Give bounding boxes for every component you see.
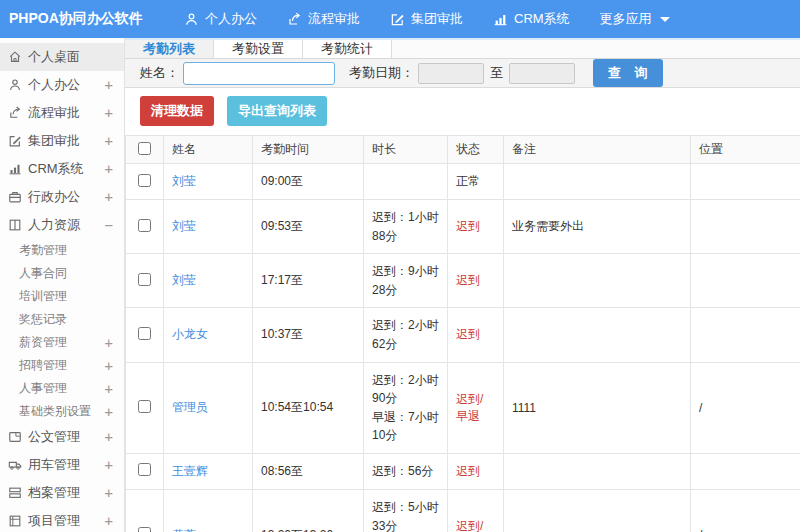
nav-item[interactable]: 流程审批 [272,0,375,38]
employee-name-link[interactable]: 小龙女 [172,327,208,341]
employee-name-link[interactable]: 刘莹 [172,174,196,188]
sidebar-item[interactable]: 个人桌面 [0,43,124,71]
nav-item[interactable]: 更多应用 [585,0,685,38]
name-input[interactable] [183,62,335,85]
employee-name-link[interactable]: 王壹辉 [172,464,208,478]
sidebar-subitem[interactable]: 奖惩记录 [0,308,124,331]
date-to-input[interactable] [509,63,575,84]
expand-plus-icon[interactable]: + [105,133,118,149]
expand-plus-icon[interactable]: + [105,485,118,501]
nav-item-label: 集团审批 [411,10,463,28]
expand-plus-icon[interactable]: + [105,77,118,93]
employee-name-link[interactable]: 刘莹 [172,219,196,233]
select-all-checkbox[interactable] [138,142,151,155]
export-list-button[interactable]: 导出查询列表 [227,96,327,126]
row-checkbox[interactable] [138,463,151,476]
home-icon [8,50,22,64]
note-cell: 业务需要外出 [504,200,691,254]
nav-item[interactable]: 个人办公 [169,0,272,38]
status-cell: 迟到 [448,308,504,362]
column-header: 考勤时间 [253,136,364,164]
clean-data-button[interactable]: 清理数据 [140,96,214,126]
sidebar-item[interactable]: 项目管理+ [0,507,124,532]
employee-name-link[interactable]: 黄蓉 [172,528,196,532]
tab-1[interactable]: 考勤列表 [125,40,214,58]
sidebar-item-label: 个人桌面 [28,48,80,66]
collapse-minus-icon[interactable]: − [105,217,118,233]
expand-plus-icon[interactable]: + [105,513,118,529]
sidebar-subitem[interactable]: 培训管理 [0,285,124,308]
nav-item[interactable]: CRM系统 [478,0,585,38]
sidebar-item[interactable]: 个人办公+ [0,71,124,99]
sidebar-item[interactable]: CRM系统+ [0,155,124,183]
status-cell: 迟到/早退 [448,362,504,453]
expand-plus-icon[interactable]: + [105,381,118,397]
hamburger-menu-icon[interactable] [125,0,169,38]
expand-plus-icon[interactable]: + [105,404,118,420]
row-checkbox[interactable] [138,219,151,232]
table-header-row: 姓名考勤时间时长状态备注位置 [126,136,800,164]
sidebar-item[interactable]: 流程审批+ [0,99,124,127]
sidebar-subitem[interactable]: 基础类别设置+ [0,400,124,423]
sidebar-item-label: 行政办公 [28,188,80,206]
row-checkbox[interactable] [138,527,151,532]
sidebar-item-label: 人事管理 [19,380,67,397]
expand-plus-icon[interactable]: + [105,457,118,473]
name-cell: 刘莹 [164,164,253,200]
expand-plus-icon[interactable]: + [105,335,118,351]
sidebar-subitem[interactable]: 人事管理+ [0,377,124,400]
sidebar-item[interactable]: 人力资源− [0,211,124,239]
sidebar-subitem[interactable]: 招聘管理+ [0,354,124,377]
sidebar-item[interactable]: 用车管理+ [0,451,124,479]
expand-plus-icon[interactable]: + [105,358,118,374]
employee-name-link[interactable]: 刘莹 [172,273,196,287]
sidebar-subitem[interactable]: 薪资管理+ [0,331,124,354]
expand-plus-icon[interactable]: + [105,429,118,445]
edit-icon [390,12,405,27]
sidebar-item[interactable]: 行政办公+ [0,183,124,211]
name-cell: 黄蓉 [164,489,253,532]
row-checkbox[interactable] [138,273,151,286]
duration-cell: 迟到：56分 [364,453,448,489]
sidebar-subitem[interactable]: 人事合同 [0,262,124,285]
row-checkbox-cell [126,164,164,200]
tab-2[interactable]: 考勤设置 [214,40,303,58]
name-cell: 刘莹 [164,200,253,254]
location-cell [691,164,800,200]
expand-plus-icon[interactable]: + [105,105,118,121]
nav-item[interactable]: 集团审批 [375,0,478,38]
tab-bar: 考勤列表考勤设置考勤统计 [125,38,800,59]
sidebar-item[interactable]: 集团审批+ [0,127,124,155]
name-cell: 刘莹 [164,254,253,308]
sidebar-item[interactable]: 档案管理+ [0,479,124,507]
location-cell [691,254,800,308]
sidebar-item-label: 考勤管理 [19,242,67,259]
search-button[interactable]: 查 询 [593,59,663,87]
expand-plus-icon[interactable]: + [105,189,118,205]
sidebar-subitem[interactable]: 考勤管理 [0,239,124,262]
user-icon [8,78,22,92]
location-cell [691,308,800,362]
table-row: 刘莹09:53至迟到：1小时88分迟到业务需要外出 [126,200,800,254]
sidebar-item-label: CRM系统 [28,160,84,178]
employee-name-link[interactable]: 管理员 [172,400,208,414]
note-cell [504,489,691,532]
sidebar-item[interactable]: 公文管理+ [0,423,124,451]
duration-cell: 迟到：5小时33分 早退：4小时67分 [364,489,448,532]
action-buttons: 清理数据 导出查询列表 [125,88,800,135]
status-cell: 迟到 [448,453,504,489]
row-checkbox[interactable] [138,174,151,187]
project-icon [8,514,22,528]
select-all-cell [126,136,164,164]
duration-cell: 迟到：2小时62分 [364,308,448,362]
date-from-input[interactable] [418,63,484,84]
expand-plus-icon[interactable]: + [105,161,118,177]
tab-3[interactable]: 考勤统计 [303,40,392,58]
sidebar-item-label: 用车管理 [28,456,80,474]
sidebar-item-label: 薪资管理 [19,334,67,351]
attendance-time-cell: 08:56至 [253,453,364,489]
row-checkbox[interactable] [138,400,151,413]
name-cell: 小龙女 [164,308,253,362]
row-checkbox[interactable] [138,327,151,340]
note-cell [504,453,691,489]
